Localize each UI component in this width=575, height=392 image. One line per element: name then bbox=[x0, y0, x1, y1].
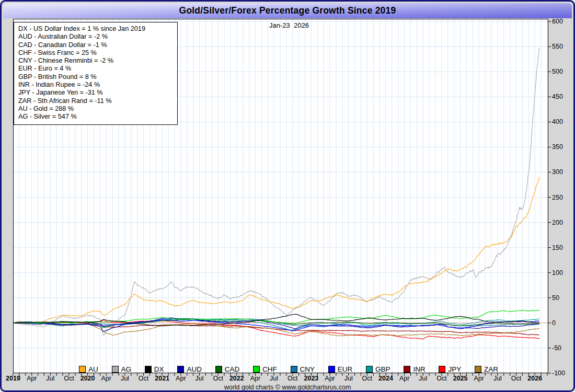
y-axis-label-550: 550 bbox=[552, 43, 563, 50]
legend-item-eur: EUR bbox=[328, 365, 353, 373]
legend-item-dx: DX bbox=[145, 365, 164, 373]
legend-swatch-jpy-icon bbox=[439, 366, 445, 373]
legend-item-gbp: GBP bbox=[366, 365, 390, 373]
y-axis-label-600: 600 bbox=[552, 18, 563, 25]
legend-label-au: AU bbox=[88, 365, 98, 373]
y-axis-label-500: 500 bbox=[552, 68, 563, 75]
legend-swatch-eur-icon bbox=[328, 366, 335, 373]
y-axis-label-400: 400 bbox=[552, 118, 563, 125]
x-axis-label-2026: 2026 bbox=[522, 375, 547, 382]
legend-swatch-cny-icon bbox=[291, 366, 297, 373]
legend-swatch-zar-icon bbox=[475, 366, 481, 373]
legend-label-cad: CAD bbox=[225, 365, 240, 373]
legend-swatch-au-icon bbox=[79, 366, 86, 373]
info-box-line: DX - US Dollar Index = 1 % since Jan 201… bbox=[18, 25, 173, 33]
legend-swatch-cad-icon bbox=[215, 366, 222, 373]
legend-item-chf: CHF bbox=[253, 365, 277, 373]
legend-item-inr: INR bbox=[404, 365, 425, 373]
y-axis-label--100: -100 bbox=[552, 370, 565, 377]
y-axis-label-200: 200 bbox=[552, 219, 563, 226]
legend-item-cad: CAD bbox=[215, 365, 240, 373]
info-box-line: AG - Silver = 547 % bbox=[18, 113, 173, 121]
info-box-line: AUD - Australian Dollar = -2 % bbox=[18, 33, 173, 41]
info-box-line: GBP - British Pound = 8 % bbox=[18, 73, 173, 81]
info-box-line: INR - Indian Rupee = -24 % bbox=[18, 81, 173, 89]
legend-swatch-inr-icon bbox=[404, 366, 410, 373]
footer-credit: world gold charts © www.goldchartsrus.co… bbox=[2, 384, 573, 391]
y-axis-label-350: 350 bbox=[552, 143, 563, 151]
info-box-line: ZAR - Sth African Rand = -11 % bbox=[18, 97, 173, 105]
info-box-line: CHF - Swiss Franc = 25 % bbox=[18, 49, 173, 57]
legend-swatch-gbp-icon bbox=[366, 366, 373, 373]
legend-item-zar: ZAR bbox=[475, 365, 498, 373]
legend-label-cny: CNY bbox=[300, 365, 315, 373]
info-box-line: CAD - Canadian Dollar = -1 % bbox=[18, 41, 173, 49]
y-axis-label-150: 150 bbox=[552, 244, 563, 251]
legend-swatch-chf-icon bbox=[253, 366, 260, 373]
chart-widget: Gold/Silver/Forex Percentage Growth Sinc… bbox=[0, 0, 575, 392]
info-box-line: EUR - Euro = 4 % bbox=[18, 65, 173, 73]
legend-swatch-dx-icon bbox=[145, 366, 152, 373]
y-axis-label-0: 0 bbox=[552, 319, 556, 327]
info-box-line: AU - Gold = 288 % bbox=[18, 105, 173, 113]
legend-item-au: AU bbox=[79, 365, 98, 373]
y-axis-label-300: 300 bbox=[552, 168, 563, 176]
title-bar: Gold/Silver/Forex Percentage Growth Sinc… bbox=[3, 3, 572, 18]
legend-item-cny: CNY bbox=[291, 365, 315, 373]
legend-label-aud: AUD bbox=[187, 365, 202, 373]
legend-label-ag: AG bbox=[121, 365, 132, 373]
legend-label-dx: DX bbox=[154, 365, 164, 373]
y-axis-label--50: -50 bbox=[552, 344, 561, 352]
legend-label-zar: ZAR bbox=[484, 365, 498, 373]
legend-label-inr: INR bbox=[413, 365, 425, 373]
legend-label-jpy: JPY bbox=[448, 365, 461, 373]
info-box: DX - US Dollar Index = 1 % since Jan 201… bbox=[14, 22, 178, 125]
legend-item-aud: AUD bbox=[177, 365, 202, 373]
legend-swatch-ag-icon bbox=[112, 366, 119, 373]
y-axis-label-100: 100 bbox=[552, 269, 563, 276]
date-label: Jan-23 2026 bbox=[247, 21, 331, 29]
legend-item-jpy: JPY bbox=[439, 365, 461, 373]
legend-label-chf: CHF bbox=[262, 365, 277, 373]
legend-label-gbp: GBP bbox=[375, 365, 390, 373]
legend-item-ag: AG bbox=[112, 365, 132, 373]
legend-label-eur: EUR bbox=[338, 365, 353, 373]
page-title: Gold/Silver/Forex Percentage Growth Sinc… bbox=[3, 5, 572, 16]
y-axis-label-50: 50 bbox=[552, 294, 559, 302]
y-axis-label-450: 450 bbox=[552, 93, 563, 100]
info-box-line: CNY - Chinese Renminbi = -2 % bbox=[18, 57, 173, 65]
legend-swatch-aud-icon bbox=[177, 366, 184, 373]
info-box-line: JPY - Japanese Yen = -31 % bbox=[18, 89, 173, 97]
series-legend: AUAGDXAUDCADCHFCNYEURGBPINRJPYZAR bbox=[79, 365, 498, 373]
y-axis-label-250: 250 bbox=[552, 194, 563, 201]
